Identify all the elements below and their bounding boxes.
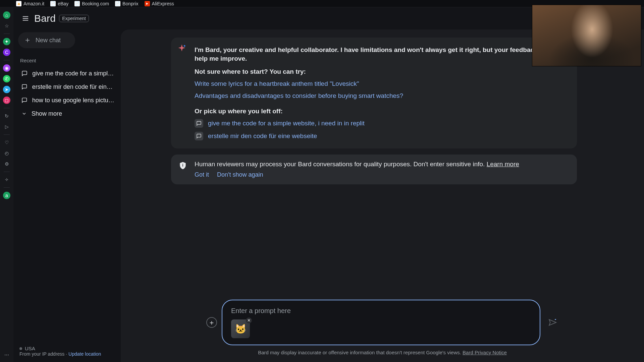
instagram-icon[interactable]: ◻ xyxy=(3,97,10,104)
recent-chat-item[interactable]: give me the code for a simple w… xyxy=(18,67,118,80)
recent-chat-label: erstelle mir den code für eine we… xyxy=(32,83,115,90)
attachment-thumbnail[interactable]: ✕ xyxy=(231,319,250,338)
brand-title: Bard xyxy=(34,13,56,24)
webcam-overlay xyxy=(532,5,641,66)
heart-icon[interactable]: ♡ xyxy=(3,139,10,146)
shield-icon: i xyxy=(178,161,187,170)
main-area: I'm Bard, your creative and helpful coll… xyxy=(121,29,644,362)
bard-sparkle-icon xyxy=(177,44,186,53)
favicon: a xyxy=(16,1,21,6)
chat-icon xyxy=(21,83,28,90)
pickup-chat-item[interactable]: give me the code for a simple website, i… xyxy=(195,119,564,128)
favicon: 📄 xyxy=(74,1,80,6)
bookmark-item[interactable]: aAmazon.it xyxy=(16,1,44,6)
intro-card: I'm Bard, your creative and helpful coll… xyxy=(171,38,577,148)
prompt-input[interactable]: Enter a prompt here ✕ xyxy=(222,300,540,345)
location-dot-icon xyxy=(19,347,22,350)
show-more-label: Show more xyxy=(32,110,62,117)
sidebar: New chat Recent give me the code for a s… xyxy=(13,29,121,362)
bookmark-item[interactable]: 📄eBay xyxy=(50,1,68,6)
bard-icon[interactable]: ✦ xyxy=(3,38,10,45)
play-icon[interactable]: ▷ xyxy=(3,123,10,130)
bookmark-label: Booking.com xyxy=(82,1,109,6)
rail-separator xyxy=(4,34,10,34)
chat-icon xyxy=(21,70,28,77)
rail-separator xyxy=(4,172,10,172)
recent-label: Recent xyxy=(20,58,116,63)
chat-icon xyxy=(21,97,28,104)
favicon: 📄 xyxy=(50,1,56,6)
new-chat-button[interactable]: New chat xyxy=(18,32,75,48)
recent-chat-item[interactable]: how to use google lens pictures i… xyxy=(18,94,118,107)
favicon: ▸ xyxy=(145,1,150,6)
recent-chat-item[interactable]: erstelle mir den code für eine we… xyxy=(18,80,118,94)
vertical-tab-rail: ⌂☆✦C◉✆➤◻↻▷♡◴⚙✧a⋯ xyxy=(0,7,13,362)
sparkle-icon[interactable]: ✧ xyxy=(3,176,10,183)
bookmark-label: Bonprix xyxy=(122,1,138,6)
show-more-button[interactable]: Show more xyxy=(18,107,118,120)
pickup-chat-item[interactable]: erstelle mir den code für eine webseite xyxy=(195,132,564,140)
experiment-badge: Experiment xyxy=(59,15,89,22)
bookmark-item[interactable]: 📄Booking.com xyxy=(74,1,109,6)
pickup-label: Or pick up where you left off: xyxy=(195,108,564,115)
update-location-link[interactable]: Update location xyxy=(68,351,101,357)
telegram-icon[interactable]: ➤ xyxy=(3,86,10,93)
chevron-down-icon xyxy=(21,111,27,116)
try-label: Not sure where to start? You can try: xyxy=(195,68,564,75)
home-icon[interactable]: ⌂ xyxy=(3,11,10,19)
remove-attachment-button[interactable]: ✕ xyxy=(246,317,252,323)
suggestion-link[interactable]: Advantages and disadvantages to consider… xyxy=(195,92,564,100)
location-ip-text: From your IP address xyxy=(19,351,64,357)
bookmark-item[interactable]: 📄Bonprix xyxy=(115,1,138,6)
bookmark-label: AliExpress xyxy=(152,1,174,6)
canva-icon[interactable]: C xyxy=(3,49,10,56)
pickup-chat-label: erstelle mir den code für eine webseite xyxy=(208,132,317,140)
whatsapp-icon[interactable]: ✆ xyxy=(3,75,10,82)
menu-button[interactable] xyxy=(19,12,32,25)
suggestion-link[interactable]: Write some lyrics for a heartbreak anthe… xyxy=(195,80,564,87)
rail-separator xyxy=(4,187,10,188)
rail-separator xyxy=(4,60,10,60)
pickup-chat-label: give me the code for a simple website, i… xyxy=(208,120,365,127)
location-block: USA From your IP address · Update locati… xyxy=(18,346,118,357)
avatar-icon[interactable]: a xyxy=(3,192,10,199)
clock-icon[interactable]: ◴ xyxy=(3,149,10,157)
add-attachment-button[interactable]: ＋ xyxy=(206,317,217,328)
gear-icon[interactable]: ⚙ xyxy=(3,160,10,168)
more-icon[interactable]: ⋯ xyxy=(3,351,10,359)
learn-more-link[interactable]: Learn more xyxy=(487,161,519,168)
send-icon xyxy=(548,318,557,327)
plus-icon xyxy=(24,37,31,44)
disclaimer: Bard may display inaccurate or offensive… xyxy=(121,350,644,355)
prompt-placeholder: Enter a prompt here xyxy=(231,307,531,315)
notice-text: Human reviewers may process your Bard co… xyxy=(195,161,487,168)
chat-icon xyxy=(195,119,203,128)
dont-show-again-button[interactable]: Don't show again xyxy=(217,171,263,178)
got-it-button[interactable]: Got it xyxy=(195,171,209,178)
star-icon[interactable]: ☆ xyxy=(3,22,10,29)
recent-chat-label: how to use google lens pictures i… xyxy=(32,97,115,104)
brand: Bard Experiment xyxy=(34,13,89,24)
disclaimer-text: Bard may display inaccurate or offensive… xyxy=(258,350,463,355)
messenger-icon[interactable]: ◉ xyxy=(3,64,10,72)
privacy-notice-link[interactable]: Bard Privacy Notice xyxy=(463,350,507,355)
intro-text: I'm Bard, your creative and helpful coll… xyxy=(195,46,564,63)
rail-separator xyxy=(4,108,10,108)
svg-text:i: i xyxy=(182,163,183,168)
bookmark-item[interactable]: ▸AliExpress xyxy=(145,1,174,6)
recent-chat-label: give me the code for a simple w… xyxy=(32,70,115,77)
privacy-notice: i Human reviewers may process your Bard … xyxy=(171,155,577,184)
location-country: USA xyxy=(25,346,35,351)
bookmark-label: eBay xyxy=(58,1,68,6)
favicon: 📄 xyxy=(115,1,120,6)
rail-separator xyxy=(4,134,10,135)
send-button[interactable] xyxy=(546,316,558,328)
menu-icon xyxy=(22,15,29,22)
history-icon[interactable]: ↻ xyxy=(3,112,10,120)
new-chat-label: New chat xyxy=(36,37,61,44)
prompt-row: ＋ Enter a prompt here ✕ xyxy=(206,300,558,345)
chat-icon xyxy=(195,132,203,140)
bookmark-label: Amazon.it xyxy=(23,1,44,6)
